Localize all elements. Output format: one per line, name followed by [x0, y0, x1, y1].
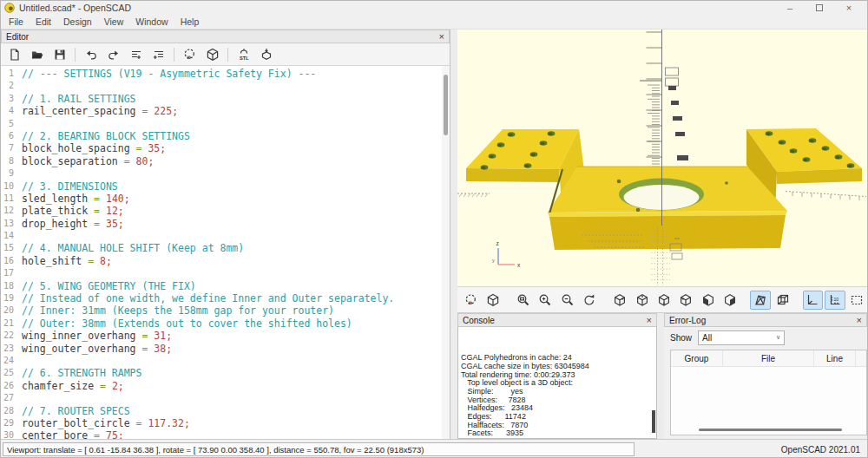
console-output[interactable]: CGAL Polyhedrons in cache: 24CGAL cache … — [457, 327, 657, 439]
operator-token: = — [88, 255, 100, 267]
preview-button[interactable]: » — [179, 45, 201, 64]
code-line[interactable]: 2 — [1, 80, 450, 92]
code-line[interactable]: 18// 5. WING GEOMETRY (THE FIX) — [1, 280, 450, 292]
code-line[interactable]: 16hole_shift = 8; — [1, 255, 450, 267]
maximize-icon — [816, 4, 823, 11]
code-line[interactable]: 5 — [1, 118, 450, 130]
code-line[interactable]: 30center_bore = 75; — [1, 429, 450, 439]
code-line[interactable]: 26chamfer_size = 2; — [1, 380, 450, 392]
code-line[interactable]: 12plate_thick = 12; — [1, 205, 450, 217]
reset-view-button[interactable] — [580, 291, 600, 310]
identifier-token: sled_length — [22, 193, 94, 205]
code-line[interactable]: 11sled_length = 140; — [1, 193, 450, 205]
export-stl-button[interactable]: STL — [233, 45, 254, 64]
errorlog-close-icon[interactable]: × — [857, 316, 862, 324]
menu-item-file[interactable]: File — [3, 16, 30, 28]
code-line[interactable]: 24 — [1, 355, 450, 367]
zoom-out-button[interactable] — [557, 291, 577, 310]
menu-item-help[interactable]: Help — [174, 16, 206, 28]
show-scale-markers-button[interactable]: 10 — [825, 291, 845, 310]
comment-token: // 2. BEARING BLOCK SETTINGS — [22, 130, 190, 142]
view-bottom-button[interactable] — [654, 291, 674, 310]
code-line[interactable]: 9 — [1, 167, 450, 180]
code-line[interactable]: 27 — [1, 392, 450, 404]
minimize-button[interactable]: – — [775, 2, 805, 14]
code-line[interactable]: 17 — [1, 267, 450, 279]
errorlog-column-line[interactable]: Line — [814, 350, 856, 366]
code-line[interactable]: 20// Inner: 31mm (Keeps the 158mm gap fo… — [1, 304, 450, 317]
zoom-in-button[interactable] — [536, 291, 556, 310]
code-line[interactable]: 1// --- SETTINGS (V19 - Asymmetric Safet… — [1, 68, 450, 80]
redo-button[interactable] — [102, 45, 124, 64]
code-line[interactable]: 19// Instead of one width, we define Inn… — [1, 292, 450, 304]
code-line[interactable]: 23wing_outer_overhang = 38; — [1, 343, 450, 355]
code-line[interactable]: 13drop_height = 35; — [1, 218, 450, 230]
preview-icon: » — [183, 48, 197, 62]
code-line[interactable]: 14 — [1, 230, 450, 242]
console-errorlog-splitter[interactable] — [657, 313, 664, 439]
render-button[interactable] — [483, 291, 503, 310]
errorlog-column-file[interactable]: File — [723, 350, 814, 366]
close-button[interactable]: × — [834, 2, 864, 14]
view-all-button[interactable] — [847, 291, 867, 310]
perspective-icon — [753, 293, 767, 307]
view-top-button[interactable] — [632, 291, 652, 310]
editor-scrollbar[interactable] — [442, 66, 450, 439]
code-line[interactable]: 22wing_inner_overhang = 31; — [1, 330, 450, 342]
view-front-button[interactable] — [698, 291, 718, 310]
view-left-button[interactable] — [676, 291, 696, 310]
unindent-button[interactable] — [125, 45, 147, 64]
undo-button[interactable] — [80, 45, 102, 64]
menu-item-window[interactable]: Window — [129, 16, 174, 28]
show-axes-button[interactable] — [803, 291, 823, 310]
console-scrollbar-thumb[interactable] — [652, 410, 655, 433]
export-model-button[interactable] — [255, 45, 277, 64]
editor-close-icon[interactable]: × — [439, 32, 444, 41]
code-line[interactable]: 6// 2. BEARING BLOCK SETTINGS — [1, 130, 450, 142]
errorlog-column-group[interactable]: Group — [671, 350, 723, 366]
code-line[interactable]: 25// 6. STRENGTH RAMPS — [1, 367, 450, 379]
view-right-button[interactable] — [609, 291, 629, 310]
code-line[interactable]: 28// 7. ROUTER SPECS — [1, 405, 450, 417]
preview-button[interactable]: » — [461, 291, 481, 310]
errorlog-column-info[interactable]: Info — [856, 350, 867, 366]
errorlog-hscrollbar-thumb[interactable] — [699, 429, 842, 431]
editor-viewport-splitter[interactable] — [450, 29, 457, 439]
perspective-button[interactable] — [750, 291, 770, 310]
maximize-button[interactable] — [805, 2, 834, 14]
code-line[interactable]: 8block_separation = 80; — [1, 155, 450, 167]
code-line[interactable]: 15// 4. MANUAL HOLE SHIFT (Keep at 8mm) — [1, 242, 450, 254]
orthogonal-button[interactable] — [773, 291, 792, 310]
code-text: // 3. DIMENSIONS — [22, 180, 118, 193]
new-file-button[interactable] — [3, 45, 25, 64]
open-button[interactable] — [26, 45, 48, 64]
indent-button[interactable] — [148, 45, 169, 64]
editor-scrollbar-thumb[interactable] — [444, 75, 448, 135]
save-button[interactable] — [49, 45, 70, 64]
3d-viewport[interactable]: z x y — [457, 29, 867, 286]
code-line[interactable]: 10// 3. DIMENSIONS — [1, 180, 450, 193]
code-editor[interactable]: 1// --- SETTINGS (V19 - Asymmetric Safet… — [1, 66, 450, 439]
code-text: // Instead of one width, we define Inner… — [22, 292, 394, 304]
punctuation-token: ; — [166, 330, 172, 342]
identifier-token: drop_height — [22, 218, 94, 230]
number-token: 140 — [106, 193, 124, 205]
menu-item-edit[interactable]: Edit — [30, 16, 57, 28]
console-close-icon[interactable]: × — [647, 316, 652, 324]
code-line[interactable]: 7block_hole_spacing = 35; — [1, 142, 450, 154]
zoom-all-button[interactable] — [513, 291, 533, 310]
editor-panel: Editor × »STL 1// --- SETTINGS (V19 - As… — [1, 29, 450, 439]
errorlog-filter-select[interactable]: All ∨ — [698, 330, 785, 345]
line-number: 15 — [1, 242, 22, 254]
view-back-button[interactable] — [720, 291, 740, 310]
line-number: 3 — [1, 93, 22, 105]
menu-item-design[interactable]: Design — [57, 16, 98, 28]
errorlog-hscrollbar[interactable] — [673, 428, 865, 433]
code-line[interactable]: 29router_bolt_circle = 117.32; — [1, 417, 450, 429]
status-bar: Viewport: translate = [ 0.61 -15.84 36.3… — [1, 439, 867, 458]
code-line[interactable]: 21// Outer: 38mm (Extends out to cover t… — [1, 317, 450, 330]
render-button[interactable] — [201, 45, 223, 64]
menu-item-view[interactable]: View — [98, 16, 130, 28]
code-line[interactable]: 3// 1. RAIL SETTINGS — [1, 93, 450, 105]
code-line[interactable]: 4rail_center_spacing = 225; — [1, 105, 450, 117]
